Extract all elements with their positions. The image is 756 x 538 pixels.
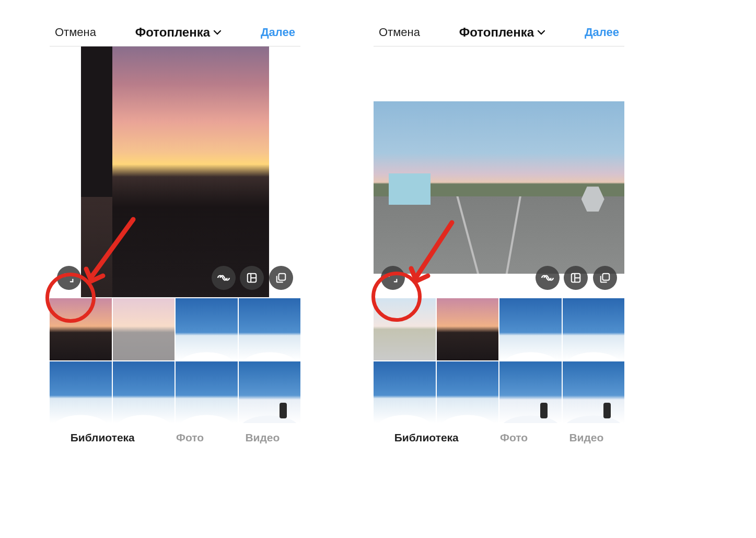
nav-bar: Отмена Фотопленка Далее [50,21,300,46]
chevron-down-icon [213,28,222,37]
tab-photo[interactable]: Фото [176,431,204,444]
thumb[interactable] [437,298,499,360]
infinity-icon [217,271,230,285]
album-title: Фотопленка [459,25,534,40]
road-lines [374,196,624,274]
thumb[interactable] [374,361,436,424]
thumb[interactable] [113,361,175,424]
photo-preview[interactable] [374,46,624,297]
preview-image [374,101,624,274]
tab-library[interactable]: Библиотека [394,431,459,444]
album-picker[interactable]: Фотопленка [135,25,222,40]
svg-rect-3 [602,274,609,280]
bottom-tabs: Библиотека Фото Видео [50,423,300,449]
album-title: Фотопленка [135,25,210,40]
tab-photo[interactable]: Фото [500,431,528,444]
photo-grid [374,298,624,423]
thumb[interactable] [50,298,112,360]
phone-screen-right: Отмена Фотопленка Далее [374,21,624,449]
phone-screen-left: Отмена Фотопленка Далее Библиотека [50,21,300,449]
next-button[interactable]: Далее [585,26,619,39]
thumb[interactable] [437,361,499,424]
thumb[interactable] [176,361,238,424]
thumb[interactable] [113,298,175,360]
tab-video[interactable]: Видео [245,431,280,444]
cancel-button[interactable]: Отмена [55,26,96,39]
thumb[interactable] [239,361,301,424]
photo-preview[interactable] [50,46,300,297]
multi-select-button[interactable] [593,266,617,290]
layout-button[interactable] [240,266,264,290]
thumb[interactable] [374,298,436,360]
multi-select-icon [599,272,611,284]
infinity-icon [541,271,554,285]
photo-grid [50,298,300,423]
layout-icon [570,272,581,284]
cancel-button[interactable]: Отмена [379,26,420,39]
preview-image [81,46,269,297]
next-button[interactable]: Далее [261,26,295,39]
album-picker[interactable]: Фотопленка [459,25,545,40]
svg-rect-1 [278,274,285,280]
expand-button[interactable] [381,266,405,290]
boomerang-button[interactable] [212,266,236,290]
thumb[interactable] [499,361,562,424]
layout-button[interactable] [564,266,588,290]
bottom-tabs: Библиотека Фото Видео [374,423,624,449]
tab-video[interactable]: Видео [569,431,603,444]
chevron-down-icon [537,28,545,37]
thumb[interactable] [239,298,301,360]
layout-icon [246,272,258,284]
thumb[interactable] [176,298,238,360]
tab-library[interactable]: Библиотека [71,431,135,444]
boomerang-button[interactable] [536,266,560,290]
thumb[interactable] [50,361,112,424]
nav-bar: Отмена Фотопленка Далее [374,21,624,46]
expand-icon [63,272,75,284]
expand-button[interactable] [57,266,81,290]
thumb[interactable] [563,298,625,360]
thumb[interactable] [563,361,625,424]
thumb[interactable] [499,298,562,360]
multi-select-icon [275,272,287,284]
multi-select-button[interactable] [269,266,293,290]
expand-icon [387,272,399,284]
